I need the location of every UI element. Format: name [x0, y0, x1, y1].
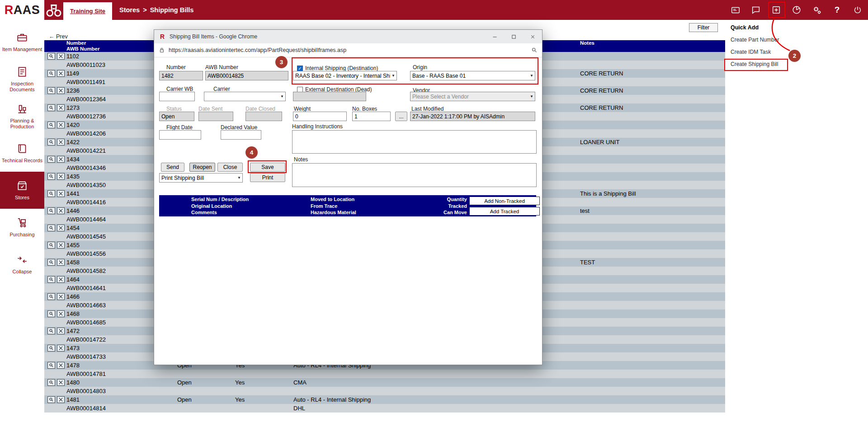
- row-view-button[interactable]: [47, 122, 55, 128]
- reopen-button[interactable]: Reopen: [189, 163, 215, 172]
- close-button[interactable]: [523, 30, 542, 43]
- row-view-button[interactable]: [47, 362, 55, 369]
- row-delete-button[interactable]: [57, 70, 65, 77]
- window-title-bar[interactable]: R Shipping Bill Items - Google Chrome: [154, 30, 542, 43]
- row-delete-button[interactable]: [57, 276, 65, 283]
- reports-button[interactable]: [788, 2, 804, 18]
- send-button[interactable]: Send: [161, 163, 184, 172]
- sidebar-item-item-management[interactable]: Item Management: [0, 23, 44, 61]
- flight-date-field[interactable]: [159, 130, 201, 140]
- row-delete-button[interactable]: [57, 139, 65, 145]
- declared-value-field[interactable]: [221, 130, 261, 140]
- delete-x-icon: [58, 346, 63, 351]
- row-delete-button[interactable]: [57, 156, 65, 163]
- row-view-button[interactable]: [47, 328, 55, 334]
- row-delete-button[interactable]: [57, 190, 65, 197]
- grid-header-line: Original Location: [191, 203, 249, 210]
- destination-select[interactable]: RAAS Base 02 - Inventory - Internal Ship…: [293, 71, 397, 80]
- notes-textarea[interactable]: [292, 163, 537, 187]
- row-view-button[interactable]: [47, 87, 55, 94]
- row-delete-button[interactable]: [57, 207, 65, 214]
- weight-field[interactable]: 0: [293, 112, 347, 121]
- row-delete-button[interactable]: [57, 362, 65, 369]
- row-delete-button[interactable]: [57, 379, 65, 386]
- row-delete-button[interactable]: [57, 259, 65, 266]
- print-button[interactable]: Print: [250, 173, 285, 182]
- row-view-button[interactable]: [47, 276, 55, 283]
- table-row[interactable]: 1481 Open Yes Auto - RL4 - Internal Ship…: [44, 395, 725, 413]
- row-delete-button[interactable]: [57, 173, 65, 180]
- no-boxes-field[interactable]: 1: [352, 112, 391, 121]
- row-delete-button[interactable]: [57, 122, 65, 128]
- sidebar-item-technical-records[interactable]: Technical Records: [0, 135, 44, 172]
- handling-instructions-textarea[interactable]: [292, 130, 537, 154]
- row-awb-number: AWB00014814: [66, 405, 177, 412]
- url-bar[interactable]: https://raasais.aviationintertec.com/app…: [154, 43, 542, 57]
- row-view-button[interactable]: [47, 53, 55, 60]
- row-delete-button[interactable]: [57, 87, 65, 94]
- row-delete-button[interactable]: [57, 310, 65, 317]
- close-bill-button[interactable]: Close: [217, 163, 243, 172]
- quick-add-button[interactable]: [768, 2, 784, 18]
- row-view-button[interactable]: [47, 104, 55, 111]
- save-button[interactable]: Save: [250, 163, 285, 172]
- filter-button[interactable]: Filter: [689, 23, 718, 32]
- row-view-button[interactable]: [47, 345, 55, 352]
- help-button[interactable]: ?: [829, 2, 845, 18]
- sidebar-item-stores[interactable]: Stores: [0, 172, 44, 209]
- row-view-button[interactable]: [47, 173, 55, 180]
- sidebar-item-purchasing[interactable]: Purchasing: [0, 209, 44, 246]
- row-view-button[interactable]: [47, 70, 55, 77]
- menu-item-create-part-number[interactable]: Create Part Number: [725, 33, 866, 46]
- row-actions: [44, 122, 66, 128]
- row-delete-button[interactable]: [57, 293, 65, 300]
- row-view-button[interactable]: [47, 310, 55, 317]
- add-tracked-button[interactable]: Add Tracked: [469, 207, 540, 216]
- row-delete-button[interactable]: [57, 225, 65, 231]
- row-delete-button[interactable]: [57, 396, 65, 403]
- power-button[interactable]: [849, 2, 865, 18]
- binoculars-search-button[interactable]: [44, 0, 63, 20]
- row-view-button[interactable]: [47, 379, 55, 386]
- row-delete-button[interactable]: [57, 53, 65, 60]
- row-view-button[interactable]: [47, 225, 55, 231]
- row-view-button[interactable]: [47, 190, 55, 197]
- breadcrumb-section[interactable]: Stores: [119, 6, 140, 14]
- carrier-wb-field[interactable]: [159, 92, 195, 101]
- row-delete-button[interactable]: [57, 328, 65, 334]
- prev-page-link[interactable]: ← Prev: [49, 33, 68, 40]
- maximize-button[interactable]: [504, 30, 523, 43]
- awb-number-field[interactable]: AWB00014825: [205, 71, 288, 80]
- row-view-button[interactable]: [47, 396, 55, 403]
- add-non-tracked-button[interactable]: Add Non-Tracked: [469, 197, 540, 205]
- minimize-button[interactable]: [485, 30, 504, 43]
- row-delete-button[interactable]: [57, 104, 65, 111]
- book-icon: [16, 143, 28, 155]
- carrier-select[interactable]: ▼: [204, 92, 286, 101]
- row-delete-button[interactable]: [57, 242, 65, 249]
- row-delete-button[interactable]: [57, 345, 65, 352]
- sidebar-item-planning-production[interactable]: Planning & Production: [0, 98, 44, 135]
- sidebar-item-collapse[interactable]: Collapse: [0, 246, 44, 283]
- row-view-button[interactable]: [47, 139, 55, 145]
- zoom-icon[interactable]: [531, 47, 538, 53]
- sidebar-item-inspection-documents[interactable]: Inspection Documents: [0, 61, 44, 98]
- settings-button[interactable]: [809, 2, 825, 18]
- tab-training-site[interactable]: Training Site: [63, 2, 112, 20]
- print-option-select[interactable]: Print Shipping Bill▼: [159, 173, 243, 183]
- table-row[interactable]: 1480 Open Yes CMA AWB00014803: [44, 378, 725, 395]
- row-view-button[interactable]: [47, 293, 55, 300]
- row-view-button[interactable]: [47, 207, 55, 214]
- row-view-button[interactable]: [47, 156, 55, 163]
- number-field[interactable]: 1482: [159, 71, 203, 80]
- magnifier-icon: [49, 140, 54, 145]
- boxes-ellipsis-button[interactable]: ...: [395, 112, 407, 121]
- origin-select[interactable]: Base - RAAS Base 01▼: [410, 71, 535, 80]
- magnifier-icon: [49, 191, 54, 196]
- items-grid-header: Serial Num / Description Original Locati…: [159, 195, 536, 216]
- row-view-button[interactable]: [47, 242, 55, 249]
- collapse-arrows-icon: [16, 254, 28, 266]
- row-view-button[interactable]: [47, 259, 55, 266]
- chat-button[interactable]: [748, 2, 764, 18]
- dashboard-button[interactable]: [727, 2, 743, 18]
